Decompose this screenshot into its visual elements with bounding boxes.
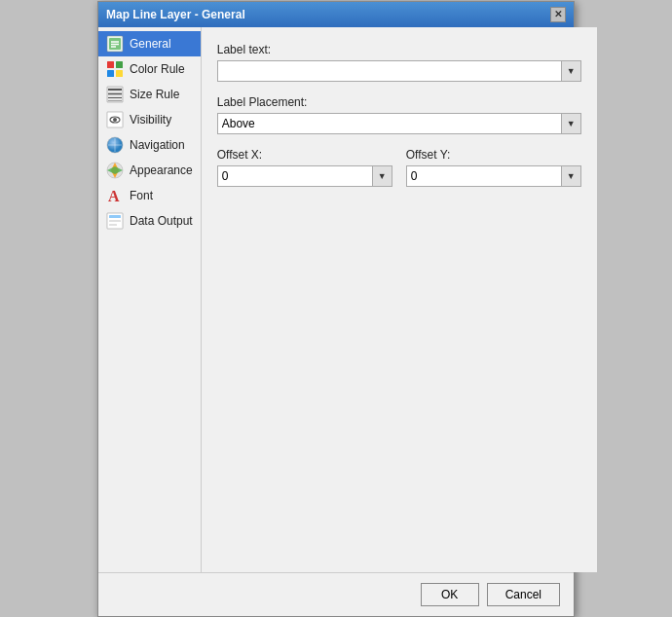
offset-x-combo[interactable]: ▼ xyxy=(217,165,392,187)
label-text-group: Label text: ▼ xyxy=(217,43,581,82)
sidebar-label-appearance: Appearance xyxy=(130,163,193,177)
general-icon xyxy=(106,35,124,53)
sidebar-item-font[interactable]: A Font xyxy=(98,183,201,208)
title-bar: Map Line Layer - General ✕ xyxy=(98,2,574,27)
offset-x-group: Offset X: ▼ xyxy=(217,148,392,187)
dialog-body: General Color Rule xyxy=(98,27,574,572)
sidebar-item-appearance[interactable]: Appearance xyxy=(98,158,201,183)
sidebar-item-size-rule[interactable]: Size Rule xyxy=(98,82,201,107)
font-icon: A xyxy=(106,187,124,204)
offset-row: Offset X: ▼ Offset Y: ▼ xyxy=(217,148,581,187)
label-text-label: Label text: xyxy=(217,43,581,56)
sidebar-label-data-output: Data Output xyxy=(130,214,193,228)
sidebar-label-navigation: Navigation xyxy=(130,138,185,152)
label-placement-label: Label Placement: xyxy=(217,95,581,109)
svg-rect-25 xyxy=(109,224,117,226)
label-placement-combo[interactable]: ▼ xyxy=(217,113,581,134)
sidebar-item-navigation[interactable]: Navigation xyxy=(98,132,201,158)
svg-rect-7 xyxy=(107,70,114,77)
svg-point-16 xyxy=(113,118,117,122)
sidebar-label-general: General xyxy=(130,37,171,51)
label-text-dropdown-btn[interactable]: ▼ xyxy=(561,61,580,81)
svg-rect-6 xyxy=(116,61,123,68)
offset-y-dropdown-btn[interactable]: ▼ xyxy=(561,166,580,186)
svg-rect-8 xyxy=(116,70,123,77)
label-placement-dropdown-btn[interactable]: ▼ xyxy=(561,114,580,133)
offset-y-input[interactable] xyxy=(407,166,561,186)
ok-button[interactable]: OK xyxy=(421,583,479,606)
sidebar-item-data-output[interactable]: Data Output xyxy=(98,208,201,234)
svg-rect-5 xyxy=(107,61,114,68)
sidebar-label-visibility: Visibility xyxy=(130,113,171,127)
visibility-icon xyxy=(106,111,124,128)
data-output-icon xyxy=(106,212,124,230)
label-placement-input[interactable] xyxy=(218,114,561,133)
main-content: Label text: ▼ Label Placement: ▼ Offset … xyxy=(202,27,597,572)
offset-y-label: Offset Y: xyxy=(406,148,581,162)
label-placement-group: Label Placement: ▼ xyxy=(217,95,581,134)
dialog-footer: OK Cancel xyxy=(98,572,574,616)
appearance-icon xyxy=(106,162,124,179)
svg-rect-24 xyxy=(109,220,121,222)
close-button[interactable]: ✕ xyxy=(550,7,566,22)
sidebar-label-color-rule: Color Rule xyxy=(130,62,185,76)
title-text: Map Line Layer - General xyxy=(106,8,245,21)
navigation-icon xyxy=(106,136,124,154)
offset-x-dropdown-btn[interactable]: ▼ xyxy=(372,166,392,186)
offset-y-group: Offset Y: ▼ xyxy=(406,148,581,187)
svg-rect-23 xyxy=(109,215,121,218)
sidebar-item-color-rule[interactable]: Color Rule xyxy=(98,56,201,82)
svg-text:A: A xyxy=(108,188,120,204)
sidebar-label-size-rule: Size Rule xyxy=(130,88,179,101)
sidebar-item-visibility[interactable]: Visibility xyxy=(98,107,201,132)
sidebar: General Color Rule xyxy=(98,27,202,572)
cancel-button[interactable]: Cancel xyxy=(487,583,560,606)
offset-y-combo[interactable]: ▼ xyxy=(406,165,581,187)
sidebar-item-general[interactable]: General xyxy=(98,31,201,56)
sidebar-label-font: Font xyxy=(130,189,153,202)
offset-x-label: Offset X: xyxy=(217,148,392,162)
size-rule-icon xyxy=(106,86,124,103)
offset-x-input[interactable] xyxy=(218,166,372,186)
dialog: Map Line Layer - General ✕ General xyxy=(97,1,575,617)
color-rule-icon xyxy=(106,60,124,78)
label-text-combo[interactable]: ▼ xyxy=(217,60,581,82)
label-text-input[interactable] xyxy=(218,61,561,81)
